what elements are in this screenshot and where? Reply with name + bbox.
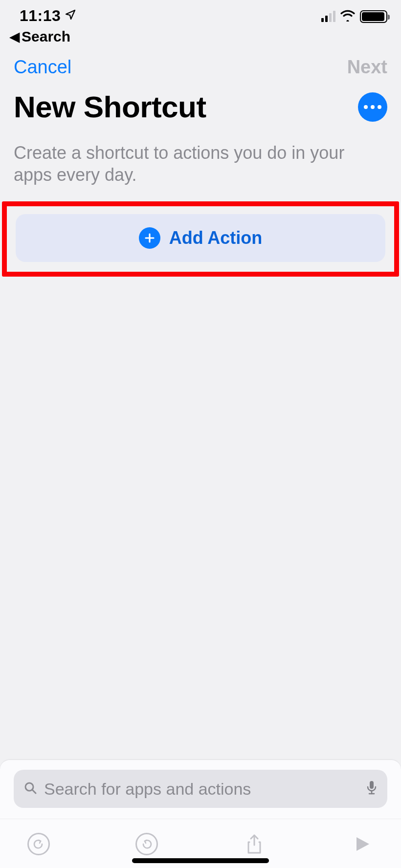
share-button[interactable] [243, 833, 266, 855]
description-text: Create a shortcut to actions you do in y… [0, 124, 401, 186]
undo-button[interactable] [27, 833, 50, 855]
nav-bar: Cancel Next [0, 45, 401, 78]
microphone-icon[interactable] [366, 780, 378, 798]
battery-icon [360, 10, 387, 23]
next-button[interactable]: Next [347, 57, 387, 78]
play-button[interactable] [351, 833, 374, 855]
svg-rect-1 [370, 781, 374, 789]
back-label: Search [22, 28, 70, 45]
back-to-search[interactable]: ◀ Search [0, 28, 401, 45]
add-action-label: Add Action [169, 228, 263, 248]
wifi-icon [340, 10, 355, 23]
more-options-button[interactable] [358, 92, 387, 122]
bottom-panel [0, 760, 401, 868]
page-title: New Shortcut [14, 89, 206, 124]
status-bar: 11:13 [0, 0, 401, 26]
highlight-annotation: Add Action [2, 201, 399, 277]
search-input[interactable] [44, 780, 359, 799]
ellipsis-icon [364, 105, 368, 109]
back-caret-icon: ◀ [10, 29, 20, 44]
add-action-button[interactable]: Add Action [16, 214, 385, 262]
cancel-button[interactable]: Cancel [14, 57, 71, 78]
redo-button[interactable] [135, 833, 158, 855]
plus-circle-icon [139, 227, 160, 249]
cellular-signal-icon [321, 11, 335, 22]
home-indicator[interactable] [132, 858, 269, 863]
status-time: 11:13 [20, 7, 61, 25]
search-icon [23, 781, 37, 797]
location-icon [65, 9, 76, 22]
search-field-container[interactable] [14, 770, 387, 808]
